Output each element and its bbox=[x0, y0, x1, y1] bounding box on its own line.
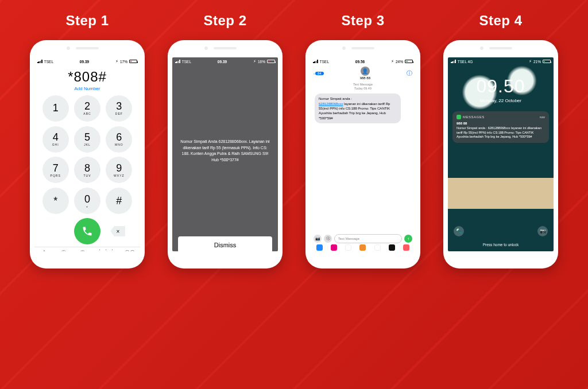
person-icon: ◉ bbox=[80, 249, 86, 251]
dialed-number: *808# bbox=[34, 69, 140, 85]
signal-icon bbox=[37, 60, 42, 63]
dismiss-button[interactable]: Dismiss bbox=[178, 236, 272, 251]
message-link[interactable]: 6281288068xxx bbox=[319, 102, 343, 106]
app-icon[interactable] bbox=[316, 244, 323, 251]
status-time: 09.39 bbox=[80, 60, 89, 64]
key-7[interactable]: 7PQRS bbox=[42, 157, 69, 183]
tab-favorites[interactable]: ★Favorites bbox=[38, 249, 51, 251]
clock-icon: ◷ bbox=[61, 249, 67, 251]
battery-icon bbox=[267, 60, 275, 63]
call-button[interactable] bbox=[74, 218, 100, 244]
status-bar: TSEL 09.56 ⚡︎24% bbox=[310, 57, 416, 65]
back-button[interactable]: ‹84 bbox=[314, 72, 324, 75]
chevron-left-icon: ‹ bbox=[314, 72, 315, 75]
notification-body: Nomor Simpati anda : 6281288068xxx layan… bbox=[457, 126, 545, 139]
step-3-label: Step 3 bbox=[341, 13, 384, 29]
key-4[interactable]: 4GHI bbox=[42, 126, 69, 153]
phone-icon bbox=[82, 225, 93, 237]
thread-timestamp: Today 09.49 bbox=[310, 87, 416, 91]
notification-card[interactable]: MESSAGES now 988 88 Nomor Simpati anda :… bbox=[452, 111, 549, 143]
phone-frame-1: TSEL 09.39 ⚡︎17% *808# Add Number 1 2ABC… bbox=[30, 40, 145, 269]
camera-icon: 📷 bbox=[540, 228, 546, 234]
tab-keypad[interactable]: ⋮⋮⋮Keypad bbox=[96, 249, 115, 251]
battery-icon bbox=[129, 60, 137, 63]
key-1[interactable]: 1 bbox=[42, 95, 69, 122]
app-icon[interactable] bbox=[374, 244, 381, 251]
status-time: 09.56 bbox=[355, 60, 365, 64]
screen-ussd: TSEL 09.39 ⚡︎16% Nomor Simpati Anda 6281… bbox=[172, 57, 278, 251]
step-1: Step 1 TSEL 09.39 ⚡︎17% *808# Add Number… bbox=[30, 40, 145, 366]
info-button[interactable]: ⓘ bbox=[407, 69, 412, 77]
screen-lock[interactable]: TSEL 4G ⚡︎21% 09.50 Monday, 22 October M… bbox=[448, 57, 554, 251]
battery-pct: 16% bbox=[258, 60, 265, 64]
apps-button[interactable]: Ⓐ bbox=[324, 235, 332, 243]
phone-frame-2: TSEL 09.39 ⚡︎16% Nomor Simpati Anda 6281… bbox=[168, 40, 283, 269]
app-icon[interactable] bbox=[389, 244, 395, 251]
send-button[interactable]: ↑ bbox=[404, 235, 412, 243]
screen-messages: TSEL 09.56 ⚡︎24% ‹84 👤 988 88 ⓘ Text Mes… bbox=[310, 57, 416, 251]
phone-frame-3: TSEL 09.56 ⚡︎24% ‹84 👤 988 88 ⓘ Text Mes… bbox=[305, 40, 420, 269]
step-2: Step 2 TSEL 09.39 ⚡︎16% Nomor Simpati An… bbox=[168, 40, 283, 366]
flashlight-button[interactable]: 🔦 bbox=[454, 226, 464, 236]
key-3[interactable]: 3DEF bbox=[106, 95, 132, 122]
battery-pct: 21% bbox=[533, 60, 541, 64]
app-icon[interactable] bbox=[359, 244, 366, 251]
key-8[interactable]: 8TUV bbox=[74, 157, 100, 183]
lock-date: Monday, 22 October bbox=[448, 98, 554, 103]
status-bar: TSEL 09.39 ⚡︎17% bbox=[34, 57, 140, 65]
charging-icon: ⚡︎ bbox=[391, 59, 394, 64]
app-icon[interactable] bbox=[345, 244, 351, 251]
tab-recents[interactable]: ◷Recents bbox=[59, 249, 69, 251]
thread-type-label: Text Message bbox=[310, 83, 416, 87]
app-icon[interactable] bbox=[331, 244, 337, 251]
step-4-label: Step 4 bbox=[479, 13, 522, 29]
camera-icon: 📷 bbox=[315, 236, 320, 241]
message-input[interactable]: Text Message bbox=[334, 234, 402, 243]
notification-title: 988 88 bbox=[457, 121, 545, 126]
screen-dialer: TSEL 09.39 ⚡︎17% *808# Add Number 1 2ABC… bbox=[34, 57, 140, 251]
step-3: Step 3 TSEL 09.56 ⚡︎24% ‹84 👤 988 88 ⓘ bbox=[305, 40, 420, 366]
keypad-icon: ⋮⋮⋮ bbox=[96, 249, 115, 251]
star-icon: ★ bbox=[41, 249, 47, 251]
key-6[interactable]: 6MNO bbox=[106, 126, 132, 153]
step-4: Step 4 TSEL 4G ⚡︎21% 09.50 Monday, 22 Oc… bbox=[443, 40, 558, 366]
messages-app-icon bbox=[457, 115, 461, 119]
message-bubble[interactable]: Nomor Simpati anda : 6281288068xxx layan… bbox=[315, 94, 401, 123]
status-bar: TSEL 4G ⚡︎21% bbox=[448, 57, 554, 65]
key-star[interactable]: * bbox=[42, 188, 69, 214]
camera-button[interactable]: 📷 bbox=[314, 235, 322, 243]
arrow-up-icon: ↑ bbox=[407, 236, 409, 242]
key-2[interactable]: 2ABC bbox=[74, 95, 100, 122]
key-hash[interactable]: # bbox=[106, 188, 132, 214]
ussd-message: Nomor Simpati Anda 6281288068xxx. Layana… bbox=[172, 65, 278, 236]
tab-contacts[interactable]: ◉Contacts bbox=[77, 249, 88, 251]
key-9[interactable]: 9WXYZ bbox=[106, 157, 132, 183]
notification-time: now bbox=[540, 115, 545, 119]
appstore-icon: Ⓐ bbox=[326, 236, 330, 242]
app-icon[interactable] bbox=[403, 244, 409, 251]
charging-icon: ⚡︎ bbox=[253, 59, 256, 64]
delete-button[interactable]: × bbox=[110, 226, 125, 236]
signal-icon bbox=[175, 60, 180, 63]
carrier-label: TSEL 4G bbox=[458, 60, 473, 64]
camera-shortcut-button[interactable]: 📷 bbox=[537, 226, 548, 236]
charging-icon: ⚡︎ bbox=[115, 59, 118, 64]
key-5[interactable]: 5JKL bbox=[74, 126, 100, 153]
add-number-link[interactable]: Add Number bbox=[34, 86, 140, 91]
unread-badge: 84 bbox=[315, 72, 324, 75]
tab-voicemail[interactable]: ⊙⊙Voicemail bbox=[123, 249, 136, 251]
carrier-label: TSEL bbox=[320, 60, 329, 64]
flashlight-icon: 🔦 bbox=[456, 228, 462, 234]
battery-pct: 24% bbox=[396, 60, 403, 64]
notification-app-name: MESSAGES bbox=[463, 115, 485, 119]
signal-icon bbox=[451, 60, 456, 63]
contact-name: 988 88 bbox=[360, 76, 370, 80]
battery-pct: 17% bbox=[120, 60, 127, 64]
key-0[interactable]: 0+ bbox=[74, 188, 100, 214]
avatar-icon: 👤 bbox=[361, 67, 370, 76]
contact-header[interactable]: 👤 988 88 bbox=[360, 67, 370, 80]
carrier-label: TSEL bbox=[44, 60, 53, 64]
composer: 📷 Ⓐ Text Message ↑ bbox=[310, 234, 416, 243]
carrier-label: TSEL bbox=[182, 60, 191, 64]
status-time: 09.39 bbox=[218, 60, 227, 64]
